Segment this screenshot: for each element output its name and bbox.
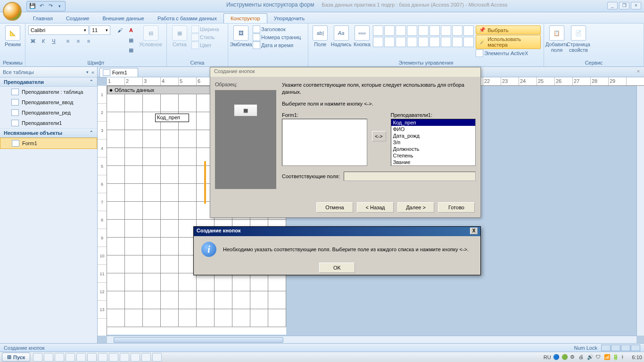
alt-fill-icon[interactable]: ▦ [126,45,136,55]
logo-button[interactable]: 🖼 Эмблема [231,25,251,47]
redo-icon[interactable]: ↷ [47,2,54,10]
taskbar-app-icon[interactable] [66,353,75,362]
selection-handle[interactable] [204,161,207,204]
taskbar-app-icon[interactable] [152,353,162,362]
view-design-icon[interactable] [631,345,640,351]
taskbar-app-icon[interactable] [109,353,118,362]
nav-item-form3[interactable]: Преподаватели1 [0,118,97,128]
restore-button[interactable]: ❐ [619,2,629,9]
view-form-icon[interactable] [601,345,611,351]
tray-icon[interactable]: 🖨 [578,354,585,361]
close-button[interactable]: × [631,2,641,9]
doc-close-button[interactable]: × [635,68,642,76]
doc-tab-form1[interactable]: Form1 [99,68,138,77]
taskbar-app-icon[interactable] [98,353,107,362]
header-pagenum[interactable]: Номера страниц [253,33,301,41]
ctrl-label[interactable]: AaНадпись [331,25,351,47]
taskbar-app-icon[interactable] [120,353,129,362]
tray-icon[interactable]: 🟢 [561,354,568,361]
nav-item-table[interactable]: Преподаватели : таблица [0,87,97,97]
tray-icon[interactable]: 📶 [604,354,611,361]
use-wizard-button[interactable]: 🪄Использовать мастера [476,35,541,49]
font-size-combo[interactable]: 11▾ [90,25,110,35]
save-icon[interactable]: 💾 [29,2,36,10]
scroll-thumb[interactable] [114,337,283,343]
list-item[interactable]: Звание [391,159,476,165]
taskbar-app-icon[interactable] [76,353,86,362]
tab-arrange[interactable]: Упорядочить [267,14,311,23]
header-datetime[interactable]: Дата и время [253,41,301,49]
collapse-pane-icon[interactable]: « [91,69,94,75]
activex-button[interactable]: Элементы ActiveX [476,49,541,57]
header-title[interactable]: Заголовок [253,25,301,33]
nav-item-form1[interactable]: Преподаватели_ввод [0,97,97,107]
tray-icon[interactable]: ᚼ [621,354,627,361]
addfields-button[interactable]: 📋Добавить поля [547,25,567,53]
field-label-kod[interactable]: Код_преп [155,114,189,122]
align-left-icon[interactable]: ≡ [63,36,73,46]
taskbar-app-icon[interactable] [55,353,64,362]
tab-dbtools[interactable]: Работа с базами данных [151,14,223,23]
nav-item-form2[interactable]: Преподаватели_ред [0,107,97,118]
tab-external[interactable]: Внешние данные [96,14,151,23]
taskbar-app-icon[interactable] [131,353,140,362]
office-button[interactable] [3,2,22,21]
nav-group-teachers[interactable]: Преподаватели⌃ [0,77,97,87]
left-listbox[interactable] [282,119,367,166]
fill-color-icon[interactable]: ▦ [126,35,136,45]
font-name-combo[interactable]: Calibri▾ [28,25,89,35]
finish-button[interactable]: Готово [438,202,475,213]
ctrl-button[interactable]: xxxxКнопка [353,25,372,47]
align-right-icon[interactable]: ≡ [84,36,93,46]
nav-group-unrelated[interactable]: Несвязанные объекты⌃ [0,128,97,138]
tab-create[interactable]: Создание [59,14,96,23]
control-gallery[interactable] [373,25,474,47]
view-datasheet-icon[interactable] [611,345,620,351]
clock[interactable]: 6:10 [632,354,642,360]
tray-icon[interactable]: 🔵 [553,354,560,361]
italic-button[interactable]: К [39,36,48,46]
ok-button[interactable]: OK [319,263,355,273]
tray-icon[interactable]: ⚙ [570,354,577,361]
tab-home[interactable]: Главная [26,14,59,23]
minimize-button[interactable]: _ [607,2,618,9]
taskbar-app-icon[interactable] [87,353,97,362]
alert-close-button[interactable]: X [470,228,478,234]
taskbar-app-icon[interactable] [141,353,151,362]
start-button[interactable]: ⊞Пуск [2,353,30,362]
list-item[interactable]: Код_преп [391,119,476,126]
format-painter-icon[interactable]: 🖌 [115,25,124,35]
cancel-button[interactable]: Отмена [316,202,353,213]
back-button[interactable]: < Назад [357,202,394,213]
horizontal-scrollbar[interactable] [107,336,636,343]
undo-icon[interactable]: ↶ [38,2,45,10]
next-button[interactable]: Далее > [397,202,434,213]
list-item[interactable]: Должность [391,146,476,152]
qat-dropdown-icon[interactable]: ▾ [56,2,63,10]
view-button[interactable]: 📐 Режим [3,25,23,47]
right-listbox[interactable]: Код_преп ФИО Дата_рожд З/п Должность Сте… [391,119,476,166]
tray-icon[interactable]: 🔋 [612,354,619,361]
move-button[interactable]: <-> [372,131,386,141]
tray-icon[interactable]: 🛡 [595,354,602,361]
select-button[interactable]: 📌Выбрать [476,25,541,34]
lang-indicator[interactable]: RU [544,354,551,360]
vertical-scrollbar[interactable] [636,86,644,336]
list-item[interactable]: ФИО [391,126,476,132]
alert-title[interactable]: Создание кнопок X [194,227,480,236]
font-color-icon[interactable]: A [126,25,136,35]
taskbar-app-icon[interactable] [33,353,42,362]
list-item[interactable]: Степень [391,152,476,159]
nav-header[interactable]: Все таблицы ▾ « [0,67,97,77]
bold-button[interactable]: Ж [28,36,38,46]
view-layout-icon[interactable] [621,345,630,351]
align-center-icon[interactable]: ≡ [74,36,83,46]
list-item[interactable]: З/п [391,139,476,146]
underline-button[interactable]: Ч [49,36,58,46]
list-item[interactable]: Дата_рожд [391,132,476,139]
propsheet-button[interactable]: 📄Страница свойств [569,25,588,53]
tray-icon[interactable]: 🔊 [587,354,594,361]
tab-design[interactable]: Конструктор [223,13,267,23]
nav-item-form1-sel[interactable]: Form1 [0,138,97,149]
ctrl-textbox[interactable]: ab|Поле [311,25,330,47]
